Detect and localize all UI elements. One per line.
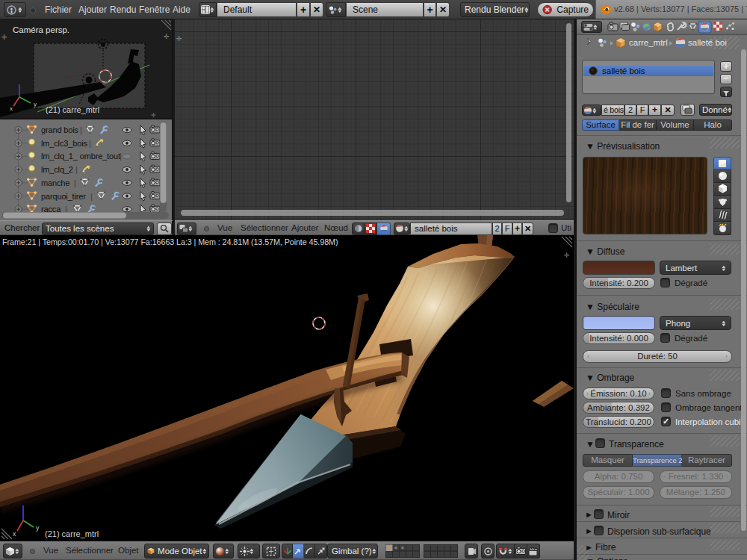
svg-text:|: | [80, 125, 82, 134]
svg-text:x: x [10, 105, 13, 112]
svg-text:Frame:21 | Temps:00:01.70 | Ve: Frame:21 | Temps:00:01.70 | Ve:13077 Fa:… [2, 237, 338, 246]
svg-text:manche: manche [41, 178, 69, 187]
svg-text:✛: ✛ [1, 34, 7, 41]
svg-text:(21) carre_mtrl: (21) carre_mtrl [45, 529, 99, 538]
svg-text:y: y [34, 101, 37, 108]
svg-text:|: | [89, 139, 91, 148]
svg-text:lm_clq_2: lm_clq_2 [41, 165, 73, 174]
svg-text:parquoi_tirer: parquoi_tirer [41, 192, 86, 201]
svg-text:(21) carre_mtrl: (21) carre_mtrl [46, 105, 99, 114]
svg-text:|: | [74, 178, 76, 187]
svg-text:grand bois: grand bois [41, 125, 79, 134]
svg-text:|: | [75, 165, 78, 174]
svg-text:✛: ✛ [176, 35, 182, 43]
svg-text:y: y [36, 524, 40, 532]
svg-text:Caméra persp.: Caméra persp. [13, 25, 69, 34]
svg-text:lm_clc3_bois: lm_clc3_bois [41, 139, 87, 148]
svg-text:✛: ✛ [564, 252, 570, 259]
svg-text:lm_clq_1_ ombre_tout: lm_clq_1_ ombre_tout [41, 152, 120, 161]
svg-text:✛: ✛ [164, 33, 170, 40]
svg-text:|: | [90, 192, 93, 201]
svg-text:carre_mtrl: carre_mtrl [629, 38, 668, 47]
svg-text:|: | [120, 152, 122, 161]
svg-text:✛: ✛ [151, 112, 156, 118]
svg-text:x: x [13, 530, 16, 538]
